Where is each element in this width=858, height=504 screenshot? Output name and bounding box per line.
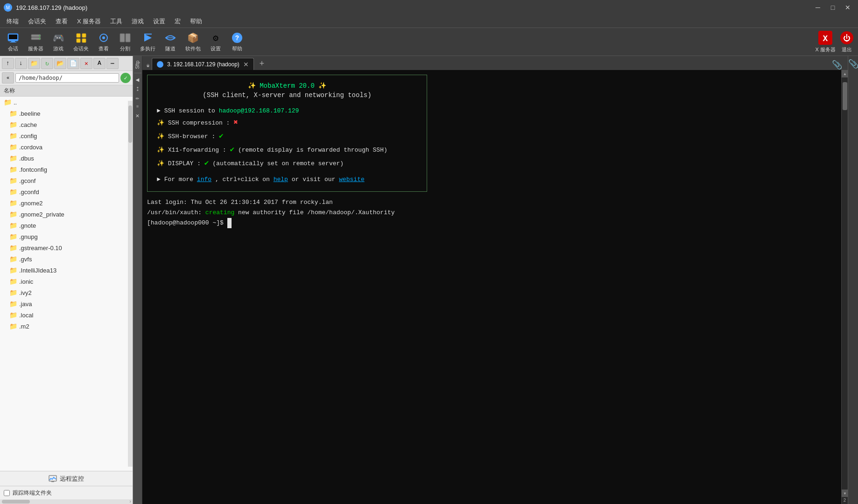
toolbar-help[interactable]: ? 帮助 bbox=[228, 30, 246, 53]
file-item-config[interactable]: 📁 .config bbox=[0, 130, 133, 141]
file-item-gnome2private[interactable]: 📁 .gnome2_private bbox=[0, 209, 133, 220]
menu-terminal[interactable]: 终端 bbox=[2, 15, 23, 28]
menu-settings[interactable]: 设置 bbox=[148, 15, 170, 28]
session-line: ► SSH session to hadoop@192.168.107.129 bbox=[157, 105, 417, 116]
more-btn[interactable]: ⋯ bbox=[106, 58, 119, 69]
file-item-gnome2[interactable]: 📁 .gnome2 bbox=[0, 197, 133, 209]
path-confirm-btn[interactable]: ✓ bbox=[120, 73, 131, 83]
terminal-content[interactable]: ✨ MobaXterm 20.0 ✨ (SSH client, X-server… bbox=[142, 70, 841, 504]
file-item-parent[interactable]: 📁 .. bbox=[0, 97, 133, 108]
download-btn[interactable]: ↓ bbox=[15, 58, 27, 69]
file-item-gconfd[interactable]: 📁 .gconfd bbox=[0, 186, 133, 197]
tab-home-icon[interactable] bbox=[144, 61, 152, 70]
terminal-scrollbar[interactable]: ▲ ▼ 2 bbox=[841, 70, 848, 504]
toolbar-server[interactable]: 服务器 bbox=[25, 30, 46, 53]
new-folder-btn[interactable]: 📁 bbox=[28, 58, 40, 69]
file-item-cordova[interactable]: 📁 .cordova bbox=[0, 141, 133, 153]
delete-btn[interactable]: ✕ bbox=[80, 58, 92, 69]
track-files-checkbox[interactable] bbox=[4, 490, 10, 496]
toolbar-split[interactable]: 分割 bbox=[116, 30, 134, 53]
toolbar-multiexec[interactable]: 多执行 bbox=[137, 30, 158, 53]
file-item-gnote[interactable]: 📁 .gnote bbox=[0, 220, 133, 231]
minimize-button[interactable]: ─ bbox=[811, 2, 824, 13]
toolbar-settings[interactable]: ⚙️ 设置 bbox=[206, 30, 225, 53]
toolbar-view[interactable]: 查看 bbox=[94, 30, 113, 53]
menu-tools[interactable]: 工具 bbox=[105, 15, 127, 28]
menu-view[interactable]: 查看 bbox=[51, 15, 72, 28]
vtab-sftp[interactable]: Sftp bbox=[134, 58, 141, 72]
scroll-down-btn[interactable]: ▼ bbox=[842, 490, 848, 497]
file-name-gnote: .gnote bbox=[19, 222, 36, 229]
sidebar-hscroll-thumb[interactable] bbox=[2, 500, 30, 504]
exit-toolbar-item[interactable]: ⏻ 退出 bbox=[839, 30, 854, 53]
refresh-btn[interactable]: ↻ bbox=[41, 58, 53, 69]
right-toolbar: X X 服务器 ⏻ 退出 bbox=[816, 30, 854, 53]
menu-sessions[interactable]: 会话夹 bbox=[23, 15, 51, 28]
rename-btn[interactable]: A bbox=[93, 58, 105, 69]
file-item-gconf[interactable]: 📁 .gconf bbox=[0, 175, 133, 186]
file-item-dbus[interactable]: 📁 .dbus bbox=[0, 153, 133, 164]
tab-label: 3. 192.168.107.129 (hadoop) bbox=[167, 61, 239, 68]
file-list[interactable]: 📁 .. 📁 .beeline 📁 .cache 📁 .config 📁 .co… bbox=[0, 97, 133, 471]
sidebar-hscroll[interactable]: › bbox=[0, 499, 133, 504]
vtab-x[interactable]: ✕ bbox=[135, 110, 141, 121]
x-server-toolbar-item[interactable]: X X 服务器 bbox=[816, 30, 836, 53]
file-item-ivy2[interactable]: 📁 .ivy2 bbox=[0, 287, 133, 298]
menu-games[interactable]: 游戏 bbox=[127, 15, 148, 28]
file-item-cache[interactable]: 📁 .cache bbox=[0, 119, 133, 130]
ssh-session-label: SSH session to bbox=[164, 107, 219, 114]
tab-add-btn[interactable]: + bbox=[256, 58, 268, 70]
file-item-ionic[interactable]: 📁 .ionic bbox=[0, 276, 133, 287]
toolbar-tunnel[interactable]: 隧道 bbox=[161, 30, 180, 53]
menu-help[interactable]: 帮助 bbox=[185, 15, 207, 28]
nav-back-btn[interactable]: « bbox=[2, 72, 14, 84]
toolbar-sessions[interactable]: 会话夹 bbox=[70, 30, 91, 53]
paperclip-icon[interactable]: 📎 bbox=[832, 60, 846, 70]
sidebar-scrollbar[interactable] bbox=[128, 101, 133, 467]
file-item-beeline[interactable]: 📁 .beeline bbox=[0, 108, 133, 119]
copy-btn[interactable]: 📄 bbox=[67, 58, 79, 69]
file-item-gnupg[interactable]: 📁 .gnupg bbox=[0, 231, 133, 242]
maximize-button[interactable]: □ bbox=[826, 2, 839, 13]
settings-icon: ⚙️ bbox=[209, 31, 222, 44]
file-item-fontconfig[interactable]: 📁 .fontconfig bbox=[0, 164, 133, 175]
file-item-intellij[interactable]: 📁 .IntelliJIdea13 bbox=[0, 265, 133, 276]
terminal-with-scroll: ✨ MobaXterm 20.0 ✨ (SSH client, X-server… bbox=[142, 70, 848, 504]
vtab-edit[interactable]: ✏ bbox=[135, 92, 141, 104]
sidebar-scroll-thumb[interactable] bbox=[128, 105, 132, 143]
toolbar-games[interactable]: 🎮 游戏 bbox=[49, 30, 68, 53]
website-link[interactable]: website bbox=[339, 176, 365, 183]
file-item-gstreamer[interactable]: 📁 .gstreamer-0.10 bbox=[0, 242, 133, 253]
scroll-thumb[interactable] bbox=[843, 82, 847, 110]
tab-close-btn[interactable]: ✕ bbox=[243, 61, 249, 68]
right-panel-clip[interactable]: 📎 bbox=[847, 56, 858, 72]
for-more-label: For more bbox=[164, 176, 197, 183]
upload-btn[interactable]: ↑ bbox=[2, 58, 14, 69]
scroll-track[interactable] bbox=[842, 77, 848, 490]
menu-macro[interactable]: 宏 bbox=[170, 15, 185, 28]
menu-xserver[interactable]: X 服务器 bbox=[72, 15, 105, 28]
app-icon: M bbox=[4, 3, 12, 12]
vtab-arrow[interactable]: ◀ bbox=[135, 74, 141, 85]
svg-rect-9 bbox=[82, 34, 86, 37]
sessions-folder-label: 会话夹 bbox=[73, 45, 89, 52]
last-login-text: Last login: Thu Oct 26 21:30:14 2017 fro… bbox=[147, 199, 333, 206]
file-item-m2[interactable]: 📁 .m2 bbox=[0, 321, 133, 332]
help-link[interactable]: help bbox=[274, 176, 288, 183]
file-name-gconf: .gconf bbox=[19, 177, 35, 184]
folder-btn[interactable]: 📂 bbox=[54, 58, 66, 69]
file-name-gnupg: .gnupg bbox=[19, 233, 38, 240]
toolbar-session[interactable]: 会话 bbox=[4, 30, 22, 53]
sidebar-hscroll-btn[interactable]: › bbox=[129, 499, 132, 504]
file-name-fontconfig: .fontconfig bbox=[19, 166, 47, 173]
info-link[interactable]: info bbox=[197, 176, 211, 183]
close-button[interactable]: ✕ bbox=[841, 2, 854, 13]
path-input[interactable] bbox=[15, 73, 119, 83]
file-item-gvfs[interactable]: 📁 .gvfs bbox=[0, 253, 133, 265]
svg-rect-2 bbox=[11, 41, 15, 42]
tab-session[interactable]: 3. 192.168.107.129 (hadoop) ✕ bbox=[152, 58, 254, 70]
toolbar-packages[interactable]: 📦 软件包 bbox=[183, 30, 204, 53]
file-item-java[interactable]: 📁 .java bbox=[0, 298, 133, 309]
file-item-local[interactable]: 📁 .local bbox=[0, 309, 133, 321]
remote-monitor-button[interactable]: 远程监控 bbox=[0, 471, 133, 486]
